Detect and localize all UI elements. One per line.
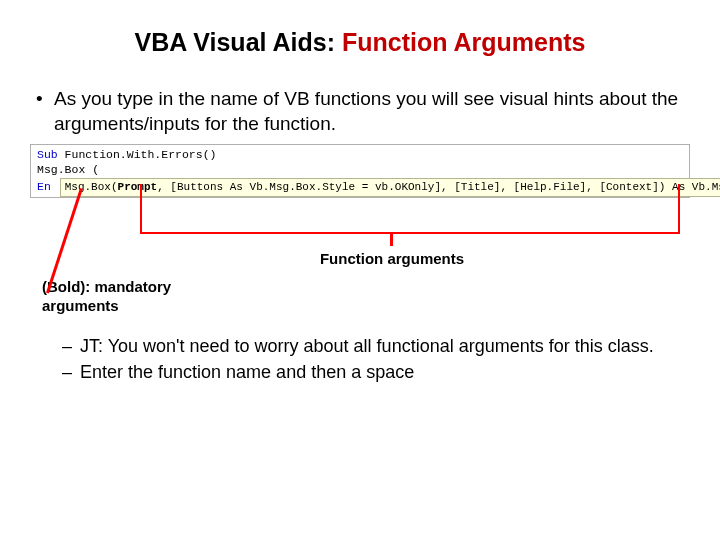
dash-icon: – (62, 360, 80, 384)
bold-mandatory-line1: (Bold): mandatory (42, 278, 690, 297)
keyword-en: En (37, 180, 51, 193)
function-arguments-label: Function arguments (292, 250, 492, 267)
sub-bullet-2: – Enter the function name and then a spa… (62, 360, 690, 384)
tooltip-fn: Msg.Box( (65, 181, 118, 193)
sub-bullet-1: – JT: You won't need to worry about all … (62, 334, 690, 358)
sub-bullet-list: – JT: You won't need to worry about all … (30, 334, 690, 385)
title-plain: VBA Visual Aids: (135, 28, 342, 56)
sub-bullet-2-text: Enter the function name and then a space (80, 360, 414, 384)
code-line-1-rest: Function.With.Errors() (58, 148, 217, 161)
intro-text: As you type in the name of VB functions … (54, 87, 690, 136)
title-emphasis: Function Arguments (342, 28, 586, 56)
bold-mandatory-line2: arguments (42, 297, 690, 316)
code-illustration: Sub Function.With.Errors() Msg.Box ( En … (30, 144, 690, 274)
bold-mandatory-label: (Bold): mandatory arguments (42, 278, 690, 316)
code-line-1: Sub Function.With.Errors() (37, 148, 683, 163)
slide-title: VBA Visual Aids: Function Arguments (30, 28, 690, 57)
args-bracket-icon (140, 184, 680, 234)
bullet-dot-icon: • (36, 87, 54, 112)
keyword-sub: Sub (37, 148, 58, 161)
code-line-2: Msg.Box ( (37, 163, 683, 178)
dash-icon: – (62, 334, 80, 358)
sub-bullet-1-text: JT: You won't need to worry about all fu… (80, 334, 654, 358)
bracket-tick-icon (390, 234, 393, 246)
intro-bullet: • As you type in the name of VB function… (30, 87, 690, 136)
